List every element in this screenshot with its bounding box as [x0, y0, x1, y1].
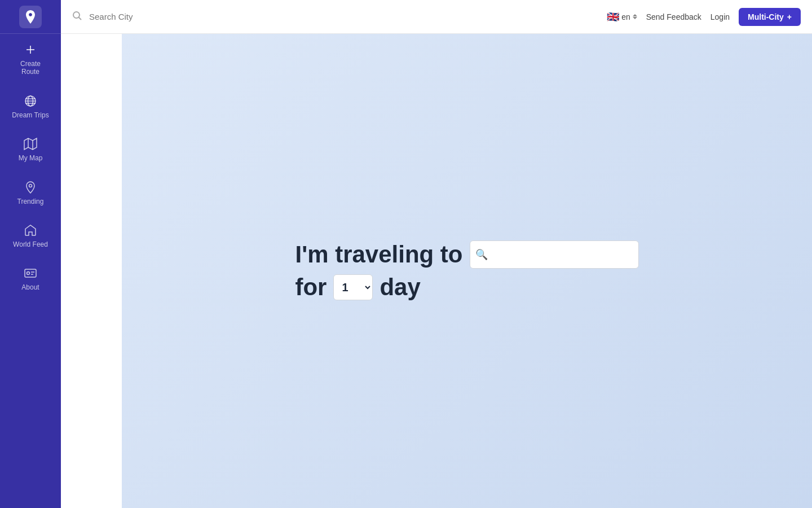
map-icon	[24, 137, 37, 151]
search-icon	[72, 11, 82, 23]
sidebar-item-my-map[interactable]: My Map	[0, 128, 61, 171]
sidebar-item-about[interactable]: About	[0, 257, 61, 300]
flag-icon: 🇬🇧	[607, 11, 619, 23]
days-select[interactable]: 1 2 3 4 5 6 7	[333, 274, 373, 300]
svg-point-17	[73, 12, 80, 18]
logo[interactable]	[0, 0, 61, 34]
sidebar-item-my-map-label: My Map	[19, 154, 43, 162]
sidebar-item-create-route-label: Create Route	[20, 60, 41, 76]
pin-icon	[24, 181, 37, 194]
sidebar-item-dream-trips-label: Dream Trips	[12, 111, 48, 119]
logo-icon	[19, 6, 42, 28]
sidebar: Create Route Dream Trips My Map Trending	[0, 0, 61, 508]
home-icon	[24, 224, 37, 237]
search-emoji-icon: 🔍	[475, 248, 488, 261]
sidebar-item-dream-trips[interactable]: Dream Trips	[0, 85, 61, 128]
multi-city-label: Multi-City	[748, 12, 784, 21]
chevron-updown-icon	[633, 14, 637, 19]
send-feedback-button[interactable]: Send Feedback	[646, 12, 701, 21]
main-content: I'm traveling to 🔍 for 1 2 3 4 5 6 7 day	[122, 34, 812, 508]
multi-city-plus-icon: +	[787, 12, 792, 21]
sidebar-item-about-label: About	[21, 283, 39, 291]
sidebar-item-create-route[interactable]: Create Route	[0, 34, 61, 85]
svg-line-18	[79, 17, 82, 20]
multi-city-button[interactable]: Multi-City +	[739, 8, 801, 26]
sidebar-item-trending-label: Trending	[17, 198, 44, 205]
language-selector[interactable]: 🇬🇧 en	[607, 11, 637, 23]
travel-form: I'm traveling to 🔍 for 1 2 3 4 5 6 7 day	[295, 240, 638, 302]
login-button[interactable]: Login	[710, 12, 730, 21]
svg-marker-9	[24, 138, 37, 150]
header: 🇬🇧 en Send Feedback Login Multi-City +	[61, 0, 812, 34]
sidebar-item-world-feed[interactable]: World Feed	[0, 214, 61, 257]
form-line-2: for 1 2 3 4 5 6 7 day	[295, 273, 638, 301]
id-card-icon	[24, 266, 37, 280]
svg-point-1	[29, 14, 32, 16]
svg-point-12	[29, 184, 32, 187]
globe-icon	[24, 94, 37, 108]
form-prefix: I'm traveling to	[295, 240, 462, 269]
form-middle: for	[295, 273, 326, 301]
plus-icon	[24, 43, 37, 56]
search-input[interactable]	[89, 12, 600, 21]
header-right: 🇬🇧 en Send Feedback Login Multi-City +	[607, 8, 801, 26]
sidebar-item-trending[interactable]: Trending	[0, 172, 61, 214]
sidebar-item-world-feed-label: World Feed	[13, 240, 48, 248]
city-input-wrap: 🔍	[470, 240, 639, 269]
form-suffix: day	[379, 273, 420, 301]
city-search-input[interactable]	[470, 240, 639, 269]
form-line-1: I'm traveling to 🔍	[295, 240, 638, 269]
svg-point-14	[27, 272, 30, 275]
language-code: en	[621, 12, 630, 21]
